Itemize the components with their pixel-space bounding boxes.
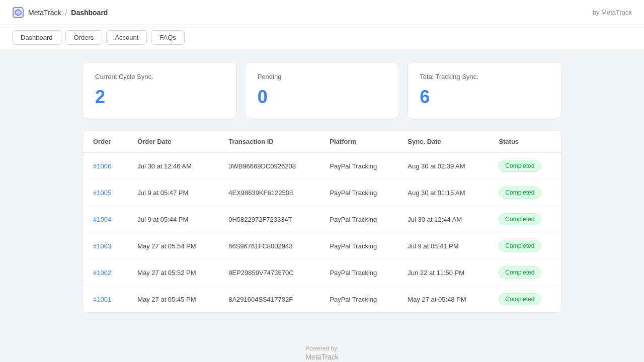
orders-table: Order Order Date Transaction ID Platform… [83,131,561,312]
nav-faqs[interactable]: FAQs [151,30,185,45]
nav-account[interactable]: Account [106,30,147,45]
table-row: #1003May 27 at 05:54 PM66S96761FC8002943… [83,233,561,259]
logo-icon [12,7,24,19]
platform: PayPal Tracking [319,233,397,259]
platform: PayPal Tracking [319,259,397,286]
status-badge: Completed [499,240,541,252]
stat-label-pending: Pending [258,73,387,80]
col-status: Status [489,131,561,153]
nav-dashboard[interactable]: Dashboard [12,30,61,45]
table-row: #1001May 27 at 05:45 PM8A291604SS417782F… [83,286,561,313]
sync-date: May 27 at 05:48 PM [397,286,489,313]
stat-value-pending: 0 [258,86,387,108]
stat-value-current-cycle: 2 [95,86,224,108]
main-nav: Dashboard Orders Account FAQs [0,25,644,50]
header-by: by MetaTrack [593,9,632,16]
platform: PayPal Tracking [319,179,397,206]
transaction-id: 3WB96669DC0926208 [218,153,319,179]
table-row: #1006Jul 30 at 12:46 AM3WB96669DC0926208… [83,153,561,179]
table-row: #1004Jul 9 at 05:44 PM0H5822972F723334TP… [83,206,561,233]
order-date: May 27 at 05:45 PM [127,286,218,313]
main-content: Current Cycle Sync. 2 Pending 0 Total Tr… [70,50,574,325]
platform: PayPal Tracking [319,153,397,179]
stat-card-current-cycle: Current Cycle Sync. 2 [83,62,237,118]
transaction-id: 9EP29859V7473570C [218,259,319,286]
order-date: Jul 30 at 12:46 AM [127,153,218,179]
powered-by-label: Powered by: [0,345,644,352]
col-sync-date: Sync. Date [397,131,489,153]
order-date: Jul 9 at 05:44 PM [127,206,218,233]
transaction-id: 4EX98639KF6122508 [218,179,319,206]
status-badge: Completed [499,293,541,305]
status-cell: Completed [489,286,561,313]
transaction-id: 8A291604SS417782F [218,286,319,313]
footer-brand: MetaTrack [0,353,644,361]
stat-card-total-tracking: Total Tracking Sync. 6 [407,62,561,118]
sync-date: Jun 22 at 11:50 PM [397,259,489,286]
stat-value-total-tracking: 6 [420,86,549,108]
status-cell: Completed [489,233,561,259]
status-badge: Completed [499,213,541,225]
order-date: May 27 at 05:54 PM [127,233,218,259]
header-title: MetaTrack / Dashboard [28,9,108,17]
col-platform: Platform [319,131,397,153]
header-left: MetaTrack / Dashboard [12,7,108,19]
order-link[interactable]: #1001 [93,296,111,303]
order-link[interactable]: #1002 [93,269,111,277]
status-badge: Completed [499,187,541,199]
col-transaction-id: Transaction ID [218,131,319,153]
status-badge: Completed [499,160,541,172]
table-row: #1002May 27 at 05:52 PM9EP29859V7473570C… [83,259,561,286]
status-cell: Completed [489,206,561,233]
status-badge: Completed [499,266,541,279]
stats-row: Current Cycle Sync. 2 Pending 0 Total Tr… [83,62,561,118]
order-date: Jul 9 at 05:47 PM [127,179,218,206]
order-link[interactable]: #1006 [93,162,111,170]
col-order: Order [83,131,127,153]
nav-orders[interactable]: Orders [65,30,103,45]
sync-date: Jul 9 at 05:41 PM [397,233,489,259]
order-link[interactable]: #1005 [93,189,111,197]
transaction-id: 0H5822972F723334T [218,206,319,233]
order-link[interactable]: #1004 [93,216,111,223]
order-date: May 27 at 05:52 PM [127,259,218,286]
platform: PayPal Tracking [319,286,397,313]
status-cell: Completed [489,153,561,179]
sync-date: Jul 30 at 12:44 AM [397,206,489,233]
table-row: #1005Jul 9 at 05:47 PM4EX98639KF6122508P… [83,179,561,206]
status-cell: Completed [489,259,561,286]
transaction-id: 66S96761FC8002943 [218,233,319,259]
page-footer: Powered by: MetaTrack [0,325,644,362]
table-header-row: Order Order Date Transaction ID Platform… [83,131,561,153]
sync-date: Aug 30 at 01:15 AM [397,179,489,206]
order-link[interactable]: #1003 [93,242,111,250]
status-cell: Completed [489,179,561,206]
app-header: MetaTrack / Dashboard by MetaTrack [0,0,644,25]
stat-label-current-cycle: Current Cycle Sync. [95,73,224,80]
platform: PayPal Tracking [319,206,397,233]
col-order-date: Order Date [127,131,218,153]
stat-label-total-tracking: Total Tracking Sync. [420,73,549,80]
orders-table-container: Order Order Date Transaction ID Platform… [83,130,561,313]
stat-card-pending: Pending 0 [245,62,399,118]
sync-date: Aug 30 at 02:39 AM [397,153,489,179]
